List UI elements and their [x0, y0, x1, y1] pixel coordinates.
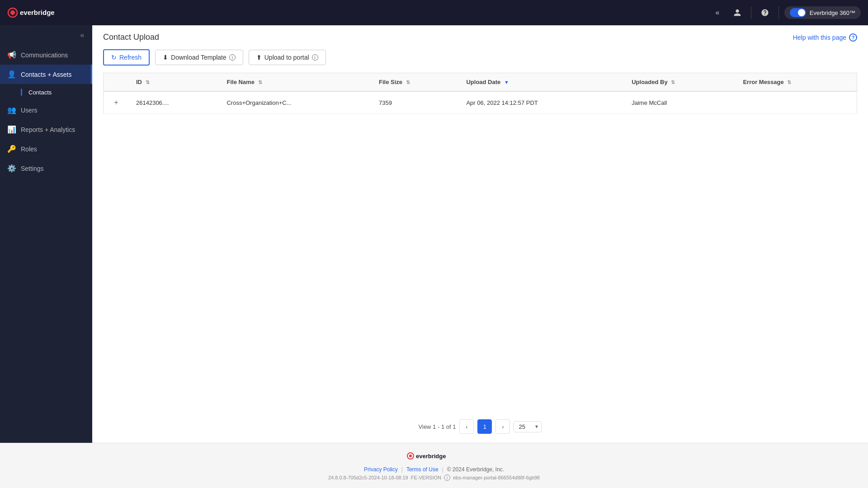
upload-info-icon: i [312, 54, 318, 61]
download-info-icon: i [229, 54, 236, 61]
build-text: ebs-manager-portal-866554d88f-6gb98 [453, 475, 540, 480]
uploads-table: ID ⇅ File Name ⇅ File Size ⇅ Upload Da [103, 73, 857, 114]
footer-copyright: © 2024 Everbridge, Inc. [447, 466, 504, 473]
logo: everbridge [7, 6, 66, 19]
sidebar-item-label: Settings [21, 165, 44, 172]
svg-point-1 [10, 10, 15, 15]
terms-of-use-link[interactable]: Terms of Use [406, 466, 439, 473]
sidebar-item-users[interactable]: 👥 Users [0, 100, 92, 120]
refresh-button[interactable]: ↻ Refresh [103, 49, 150, 66]
upload-to-portal-button[interactable]: ⬆ Upload to portal i [249, 50, 326, 65]
download-label: Download Template [171, 54, 226, 61]
help-link-text: Help with this page [793, 34, 846, 41]
help-circle-icon: ? [849, 33, 857, 42]
upload-icon: ⬆ [256, 54, 262, 61]
upload-label: Upload to portal [264, 54, 309, 61]
download-icon: ⬇ [163, 54, 168, 61]
svg-point-4 [409, 455, 412, 457]
svg-text:everbridge: everbridge [20, 9, 55, 16]
footer-sep-1: | [401, 466, 403, 473]
fe-version-info-icon[interactable]: i [444, 474, 450, 481]
uploadedby-sort-icon: ⇅ [671, 80, 675, 85]
filename-sort-icon: ⇅ [258, 80, 262, 85]
logo-svg: everbridge [7, 6, 66, 19]
sidebar-nav: 📢 Communications 👤 Contacts + Assets Con… [0, 42, 92, 443]
refresh-label: Refresh [119, 54, 142, 61]
user-profile-button[interactable] [729, 5, 745, 21]
col-id[interactable]: ID ⇅ [129, 73, 219, 92]
expand-row-button[interactable]: + [111, 97, 122, 108]
pagination-view-text: View 1 - 1 of 1 [419, 423, 456, 430]
sidebar-collapse: « [0, 25, 92, 42]
sidebar-item-settings[interactable]: ⚙️ Settings [0, 159, 92, 178]
settings-icon: ⚙️ [7, 164, 16, 173]
filesize-cell: 7359 [372, 91, 459, 114]
download-template-button[interactable]: ⬇ Download Template i [155, 50, 243, 65]
toggle-container: Everbridge 360™ [784, 6, 861, 19]
help-button[interactable] [757, 5, 773, 21]
filename-cell: Cross+Organization+C... [219, 91, 372, 114]
fe-version-text: FE-VERSION [411, 475, 441, 480]
help-link[interactable]: Help with this page ? [793, 33, 857, 42]
col-id-label: ID [136, 79, 142, 85]
page-1-button[interactable]: 1 [477, 419, 492, 434]
page-header: Contact Upload Help with this page ? [92, 25, 868, 42]
version-text: 24.8.0.8-705d2c5-2024-10-18-08:19 [328, 475, 408, 480]
sidebar-item-label: Contacts + Assets [21, 71, 71, 78]
users-icon: 👥 [7, 106, 16, 114]
sidebar-item-roles[interactable]: 🔑 Roles [0, 139, 92, 159]
collapse-nav-button[interactable]: « [709, 5, 726, 21]
col-uploaddate[interactable]: Upload Date ▼ [459, 73, 624, 92]
col-errormessage[interactable]: Error Message ⇅ [736, 73, 857, 92]
layout: « 📢 Communications 👤 Contacts + Assets C… [0, 25, 868, 443]
contacts-sub-label: Contacts [28, 89, 52, 96]
sidebar-item-communications[interactable]: 📢 Communications [0, 45, 92, 65]
refresh-icon: ↻ [111, 54, 117, 61]
uploaddate-cell: Apr 06, 2022 14:12:57 PDT [459, 91, 624, 114]
communications-icon: 📢 [7, 51, 16, 59]
col-uploadedby[interactable]: Uploaded By ⇅ [624, 73, 736, 92]
everbridge360-toggle[interactable] [790, 8, 806, 17]
table-header-row: ID ⇅ File Name ⇅ File Size ⇅ Upload Da [104, 73, 857, 92]
nav-divider-2 [778, 6, 779, 19]
footer-version: 24.8.0.8-705d2c5-2024-10-18-08:19 FE-VER… [7, 474, 861, 481]
page-title: Contact Upload [103, 33, 159, 42]
errormessage-sort-icon: ⇅ [787, 80, 791, 85]
contacts-assets-icon: 👤 [7, 70, 16, 79]
uploadedby-cell: Jaime McCall [624, 91, 736, 114]
nav-left: everbridge [7, 6, 66, 19]
uploaddate-sort-icon: ▼ [504, 80, 509, 85]
sidebar-item-label: Users [21, 107, 38, 114]
table-row: + 26142306.... Cross+Organization+C... 7… [104, 91, 857, 114]
toolbar: ↻ Refresh ⬇ Download Template i ⬆ Upload… [92, 42, 868, 73]
col-errormessage-label: Error Message [743, 79, 783, 85]
col-expand [104, 73, 129, 92]
sidebar-item-contacts-assets[interactable]: 👤 Contacts + Assets [0, 65, 92, 84]
expand-cell: + [104, 91, 129, 114]
reports-icon: 📊 [7, 125, 16, 134]
sidebar-subitem-contacts[interactable]: Contacts [0, 84, 92, 100]
page-size-select[interactable]: 25 10 50 100 [514, 421, 542, 432]
col-filesize[interactable]: File Size ⇅ [372, 73, 459, 92]
footer-sep-2: | [442, 466, 443, 473]
sidebar-collapse-button[interactable]: « [76, 29, 89, 42]
vertical-bar [21, 89, 22, 96]
footer-logo-svg: everbridge [407, 450, 461, 461]
sidebar-item-reports-analytics[interactable]: 📊 Reports + Analytics [0, 120, 92, 139]
sidebar-item-label: Reports + Analytics [21, 126, 75, 133]
next-page-button[interactable]: › [495, 419, 510, 434]
id-cell: 26142306.... [129, 91, 219, 114]
roles-icon: 🔑 [7, 145, 16, 153]
col-uploaddate-label: Upload Date [466, 79, 500, 85]
prev-page-button[interactable]: ‹ [459, 419, 474, 434]
col-filename[interactable]: File Name ⇅ [219, 73, 372, 92]
id-sort-icon: ⇅ [146, 80, 150, 85]
main-content: Contact Upload Help with this page ? ↻ R… [92, 25, 868, 443]
sidebar-item-label: Communications [21, 52, 68, 59]
pagination: View 1 - 1 of 1 ‹ 1 › 25 10 50 100 [92, 410, 868, 443]
col-uploadedby-label: Uploaded By [632, 79, 667, 85]
table-container: ID ⇅ File Name ⇅ File Size ⇅ Upload Da [92, 73, 868, 410]
toggle-knob [798, 9, 805, 16]
privacy-policy-link[interactable]: Privacy Policy [364, 466, 398, 473]
toggle-label: Everbridge 360™ [810, 9, 855, 16]
